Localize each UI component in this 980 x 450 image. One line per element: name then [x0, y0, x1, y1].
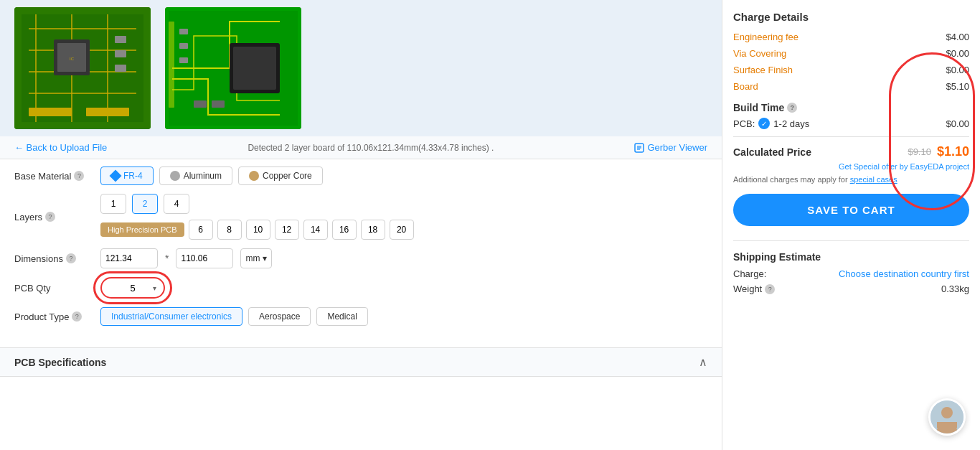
- svg-rect-14: [115, 65, 126, 72]
- product-type-row: Product Type ? Industrial/Consumer elect…: [14, 307, 707, 326]
- base-material-row: Base Material ? FR-4 Aluminum Copper Cor…: [14, 167, 707, 185]
- industrial-option[interactable]: Industrial/Consumer electronics: [100, 307, 242, 326]
- svg-rect-23: [179, 57, 188, 63]
- via-covering-label: Via Covering: [733, 48, 786, 59]
- hp-6-btn[interactable]: 6: [189, 220, 213, 240]
- engineering-fee-value: $4.00: [946, 32, 969, 42]
- shipping-charge-label: Charge:: [733, 268, 766, 279]
- svg-rect-20: [233, 47, 276, 90]
- copper-icon: [249, 171, 259, 181]
- dimensions-row: Dimensions ? * mm ▾: [14, 248, 707, 268]
- layer-1-btn[interactable]: 1: [100, 194, 126, 214]
- product-type-help[interactable]: ?: [72, 311, 82, 322]
- svg-rect-16: [86, 108, 129, 116]
- aluminum-icon: [170, 171, 180, 181]
- detected-text: Detected 2 layer board of 110.06x121.34m…: [248, 143, 494, 153]
- shipping-weight-row: Weight ? 0.33kg: [733, 283, 969, 294]
- build-time-row: PCB: ✓ 1-2 days $0.00: [733, 118, 969, 129]
- pcb-specs-bar[interactable]: PCB Specifications ∧: [0, 347, 722, 377]
- hp-16-btn[interactable]: 16: [332, 220, 357, 240]
- blue-check-icon: ✓: [758, 118, 770, 129]
- dimension-height-input[interactable]: [176, 248, 233, 268]
- layers-group: 1 2 4: [100, 194, 414, 214]
- layers-row: Layers ? 1 2 4 High Precision PCB 6 8 10…: [14, 194, 707, 240]
- pcb-image-left: IC: [14, 7, 151, 129]
- base-material-options: FR-4 Aluminum Copper Core: [100, 167, 323, 185]
- svg-rect-34: [937, 422, 957, 428]
- svg-rect-25: [212, 100, 225, 108]
- special-cases-link[interactable]: special cases: [850, 175, 897, 184]
- build-time-help[interactable]: ?: [787, 103, 797, 113]
- pcb-qty-wrapper: 5 10 15 20 25 30 50 75 100 ▾: [100, 277, 165, 299]
- shipping-section: Shipping Estimate Charge: Choose destina…: [733, 240, 969, 294]
- board-label: Board: [733, 81, 758, 92]
- via-covering-value: $0.00: [946, 48, 969, 59]
- hp-18-btn[interactable]: 18: [361, 220, 385, 240]
- layer-2-btn[interactable]: 2: [132, 194, 158, 214]
- pcb-specs-collapse-icon: ∧: [699, 355, 707, 369]
- product-type-label: Product Type ?: [14, 311, 93, 322]
- hp-12-btn[interactable]: 12: [275, 220, 299, 240]
- calc-price-row: Calculated Price $9.10 $1.10: [733, 144, 969, 159]
- form-section: Base Material ? FR-4 Aluminum Copper Cor…: [0, 159, 722, 342]
- pcb-specs-label: PCB Specifications: [14, 357, 106, 368]
- weight-value: 0.33kg: [941, 283, 969, 294]
- weight-help[interactable]: ?: [765, 284, 775, 294]
- svg-text:IC: IC: [70, 57, 75, 61]
- svg-rect-26: [169, 22, 174, 108]
- shipping-charge-row: Charge: Choose destination country first: [733, 268, 969, 279]
- hp-20-btn[interactable]: 20: [390, 220, 414, 240]
- calc-price-label: Calculated Price: [733, 146, 811, 158]
- engineering-fee-label: Engineering fee: [733, 32, 798, 42]
- original-price: $9.10: [908, 146, 931, 157]
- hp-10-btn[interactable]: 10: [246, 220, 270, 240]
- gerber-viewer-label: Gerber Viewer: [647, 142, 707, 153]
- pcb-days: PCB: ✓ 1-2 days: [733, 118, 809, 129]
- fr4-option[interactable]: FR-4: [100, 167, 154, 185]
- shipping-title: Shipping Estimate: [733, 251, 969, 263]
- dimension-unit-selector[interactable]: mm ▾: [240, 248, 272, 268]
- base-material-help[interactable]: ?: [74, 171, 84, 181]
- additional-note: Additional charges may apply for special…: [733, 175, 969, 184]
- gerber-icon: [634, 143, 644, 153]
- nav-bar: ← Back to Upload File Detected 2 layer b…: [0, 136, 722, 159]
- build-time-section: Build Time ? PCB: ✓ 1-2 days $0.00: [733, 102, 969, 129]
- layers-options-group: 1 2 4 High Precision PCB 6 8 10 12 14 16…: [100, 194, 414, 240]
- svg-rect-24: [194, 100, 207, 108]
- shipping-charge-value[interactable]: Choose destination country first: [839, 268, 969, 279]
- layers-label: Layers ?: [14, 212, 93, 222]
- special-offer-link[interactable]: Get Special offer by EasyEDA project: [733, 162, 969, 171]
- medical-option[interactable]: Medical: [316, 307, 367, 326]
- calc-price-values: $9.10 $1.10: [908, 144, 969, 159]
- hp-14-btn[interactable]: 14: [303, 220, 328, 240]
- save-to-cart-button[interactable]: SAVE TO CART: [733, 194, 969, 226]
- hp-8-btn[interactable]: 8: [217, 220, 242, 240]
- aerospace-option[interactable]: Aerospace: [248, 307, 311, 326]
- copper-core-option[interactable]: Copper Core: [238, 167, 323, 185]
- pcb-qty-row: PCB Qty 5 10 15 20 25 30 50 75 100 ▾: [14, 277, 707, 299]
- final-price: $1.10: [937, 144, 969, 159]
- dimension-width-input[interactable]: [100, 248, 158, 268]
- base-material-label: Base Material ?: [14, 171, 93, 182]
- charge-row-engineering: Engineering fee $4.00: [733, 32, 969, 42]
- back-link[interactable]: ← Back to Upload File: [14, 142, 107, 153]
- build-time-title: Build Time ?: [733, 102, 969, 113]
- aluminum-option[interactable]: Aluminum: [159, 167, 232, 185]
- charge-details-title: Charge Details: [733, 11, 969, 23]
- charge-row-via: Via Covering $0.00: [733, 48, 969, 59]
- gerber-viewer-link[interactable]: Gerber Viewer: [634, 142, 707, 153]
- avatar-image: [930, 400, 963, 433]
- dimensions-label: Dimensions ?: [14, 253, 93, 264]
- high-precision-label: High Precision PCB: [100, 222, 184, 237]
- pcb-qty-select[interactable]: 5 10 15 20 25 30 50 75 100: [100, 277, 165, 299]
- fr4-icon: [110, 170, 122, 182]
- charge-row-board: Board $5.10: [733, 81, 969, 92]
- pcb-qty-label: PCB Qty: [14, 283, 93, 294]
- main-content: IC: [0, 0, 722, 450]
- weight-label: Weight ?: [733, 283, 775, 294]
- layers-help[interactable]: ?: [45, 212, 55, 222]
- dimensions-help[interactable]: ?: [66, 253, 76, 263]
- avatar-bubble[interactable]: [928, 398, 966, 436]
- layer-4-btn[interactable]: 4: [164, 194, 189, 214]
- product-type-options: Industrial/Consumer electronics Aerospac…: [100, 307, 368, 326]
